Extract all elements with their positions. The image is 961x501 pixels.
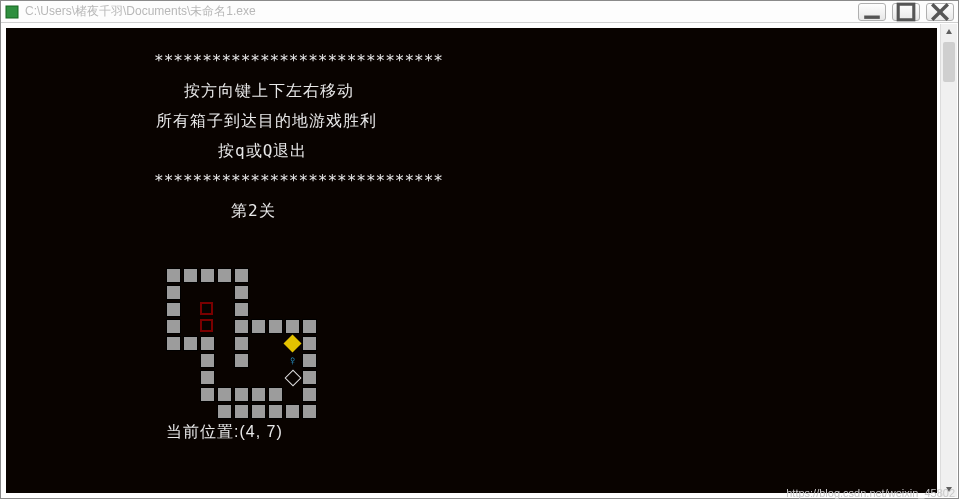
wall-cell <box>251 387 266 402</box>
storage-mark <box>285 370 300 385</box>
wall-cell <box>234 404 249 419</box>
app-icon <box>5 5 19 19</box>
target-cell <box>200 302 213 315</box>
svg-rect-0 <box>6 6 18 18</box>
wall-cell <box>166 336 181 351</box>
wall-cell <box>166 302 181 317</box>
wall-cell <box>200 387 215 402</box>
wall-cell <box>234 387 249 402</box>
instruction-line-1: 按方向键上下左右移动 <box>6 76 937 106</box>
app-window: C:\Users\楮夜千羽\Documents\未命名1.exe *******… <box>0 0 959 499</box>
wall-cell <box>268 319 283 334</box>
wall-cell <box>200 336 215 351</box>
wall-cell <box>217 268 232 283</box>
wall-cell <box>285 319 300 334</box>
player-cell: ♀ <box>285 353 300 368</box>
status-pos: (4, 7) <box>239 423 282 440</box>
close-button[interactable] <box>926 3 954 21</box>
client-area: ****************************** 按方向键上下左右移… <box>2 24 941 497</box>
scroll-up-button[interactable] <box>941 24 957 40</box>
status-label: 当前位置: <box>166 423 239 440</box>
scroll-thumb[interactable] <box>943 42 955 82</box>
wall-cell <box>183 268 198 283</box>
wall-cell <box>302 336 317 351</box>
wall-cell <box>166 268 181 283</box>
wall-cell <box>234 319 249 334</box>
stars-bottom: ****************************** <box>6 166 937 196</box>
minimize-button[interactable] <box>858 3 886 21</box>
header-block: ****************************** 按方向键上下左右移… <box>6 46 937 226</box>
wall-cell <box>302 319 317 334</box>
status-line: 当前位置:(4, 7) <box>166 422 283 443</box>
wall-cell <box>234 268 249 283</box>
wall-cell <box>234 302 249 317</box>
level-label: 第2关 <box>6 196 937 226</box>
wall-cell <box>251 319 266 334</box>
wall-cell <box>200 370 215 385</box>
wall-cell <box>166 319 181 334</box>
wall-cell <box>268 387 283 402</box>
titlebar[interactable]: C:\Users\楮夜千羽\Documents\未命名1.exe <box>1 1 958 23</box>
wall-cell <box>302 387 317 402</box>
wall-cell <box>234 285 249 300</box>
wall-cell <box>285 404 300 419</box>
window-title: C:\Users\楮夜千羽\Documents\未命名1.exe <box>25 3 852 20</box>
instruction-line-2: 所有箱子到达目的地游戏胜利 <box>6 106 937 136</box>
vertical-scrollbar[interactable] <box>940 24 957 497</box>
stars-top: ****************************** <box>6 46 937 76</box>
wall-cell <box>217 404 232 419</box>
wall-cell <box>183 336 198 351</box>
wall-cell <box>166 285 181 300</box>
wall-cell <box>200 268 215 283</box>
wall-cell <box>302 370 317 385</box>
wall-cell <box>234 353 249 368</box>
wall-cell <box>302 353 317 368</box>
wall-cell <box>302 404 317 419</box>
instruction-line-3: 按q或Q退出 <box>6 136 937 166</box>
box-cell <box>283 334 301 352</box>
svg-marker-5 <box>946 29 952 34</box>
wall-cell <box>234 336 249 351</box>
svg-rect-2 <box>898 4 914 20</box>
wall-cell <box>217 387 232 402</box>
maximize-button[interactable] <box>892 3 920 21</box>
watermark-text: https://blog.csdn.net/weixin_45802 <box>786 487 955 499</box>
console-surface: ****************************** 按方向键上下左右移… <box>6 28 937 493</box>
wall-cell <box>251 404 266 419</box>
wall-cell <box>200 353 215 368</box>
wall-cell <box>268 404 283 419</box>
target-cell <box>200 319 213 332</box>
